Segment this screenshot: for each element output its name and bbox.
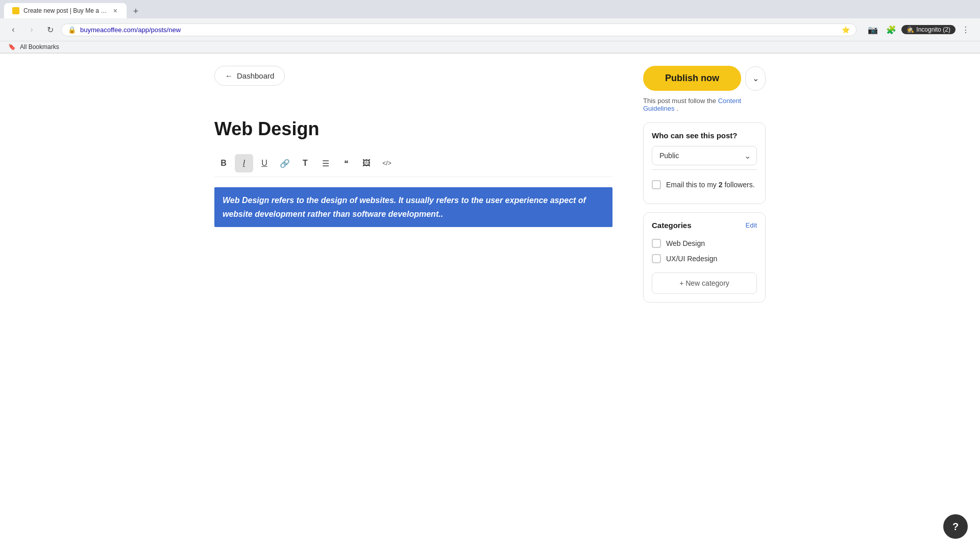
categories-header: Categories Edit bbox=[652, 221, 757, 230]
categories-title: Categories bbox=[652, 221, 692, 230]
category-label-ux-ui: UX/UI Redesign bbox=[666, 255, 717, 263]
email-label: Email this to my 2 followers. bbox=[666, 181, 755, 189]
categories-edit-link[interactable]: Edit bbox=[746, 221, 757, 229]
nav-icons: 📷 🧩 🕵 Incognito (2) ⋮ bbox=[865, 21, 974, 38]
tab-favicon bbox=[12, 7, 19, 14]
menu-button[interactable]: ⋮ bbox=[958, 21, 974, 38]
category-item-web-design: Web Design bbox=[652, 236, 757, 251]
guidelines-period: . bbox=[676, 105, 678, 112]
publish-dropdown-button[interactable]: ⌄ bbox=[745, 66, 766, 91]
back-arrow-icon: ← bbox=[225, 71, 233, 80]
quote-button[interactable]: ❝ bbox=[337, 154, 355, 172]
category-label-web-design: Web Design bbox=[666, 239, 705, 247]
publish-row: Publish now ⌄ bbox=[643, 66, 766, 91]
forward-button-nav[interactable]: › bbox=[24, 22, 39, 37]
visibility-section: Who can see this post? Public Members on… bbox=[643, 122, 766, 204]
divider bbox=[652, 169, 757, 170]
categories-section: Categories Edit Web Design UX/UI Redesig… bbox=[643, 212, 766, 303]
email-checkbox[interactable] bbox=[652, 180, 661, 189]
email-prefix: Email this to my bbox=[666, 181, 717, 189]
image-button[interactable]: 🖼 bbox=[357, 154, 376, 172]
visibility-title: Who can see this post? bbox=[652, 131, 757, 140]
bookmarks-label: All Bookmarks bbox=[20, 43, 59, 51]
nav-bar: ‹ › ↻ 🔒 buymeacoffee.com/app/posts/new ⭐… bbox=[0, 18, 980, 41]
post-title[interactable]: Web Design bbox=[214, 118, 612, 140]
text-size-button[interactable]: T bbox=[296, 154, 314, 172]
bold-button[interactable]: B bbox=[214, 154, 233, 172]
category-item-ux-ui: UX/UI Redesign bbox=[652, 251, 757, 266]
selected-content-block: Web Design refers to the design of websi… bbox=[214, 187, 612, 227]
post-content: Web Design refers to the design of websi… bbox=[223, 196, 586, 218]
tab-close-button[interactable]: × bbox=[112, 7, 118, 15]
visibility-select-wrapper[interactable]: Public Members only Supporters only bbox=[652, 146, 757, 165]
web-design-checkbox[interactable] bbox=[652, 239, 661, 248]
bookmarks-bar: 🔖 All Bookmarks bbox=[0, 41, 980, 53]
back-button-nav[interactable]: ‹ bbox=[6, 22, 20, 37]
address-bar[interactable]: 🔒 buymeacoffee.com/app/posts/new ⭐ bbox=[61, 23, 856, 36]
refresh-button[interactable]: ↻ bbox=[43, 22, 57, 37]
page-content: ← Dashboard Web Design B I U 🔗 T ☰ ❝ 🖼 <… bbox=[0, 54, 980, 523]
chevron-down-icon: ⌄ bbox=[752, 73, 759, 83]
tab-bar: Create new post | Buy Me a Coff × + bbox=[0, 0, 980, 18]
editor-content-area[interactable]: Web Design refers to the design of websi… bbox=[214, 187, 612, 227]
followers-count: 2 bbox=[719, 181, 723, 189]
browser-chrome: Create new post | Buy Me a Coff × + ‹ › … bbox=[0, 0, 980, 54]
extensions-icon[interactable]: 🧩 bbox=[883, 21, 899, 38]
editor-toolbar: B I U 🔗 T ☰ ❝ 🖼 </> bbox=[214, 150, 612, 177]
link-button[interactable]: 🔗 bbox=[276, 154, 294, 172]
publish-now-button[interactable]: Publish now bbox=[643, 66, 741, 91]
lock-icon: 🔒 bbox=[68, 26, 76, 34]
underline-button[interactable]: U bbox=[255, 154, 274, 172]
dashboard-back-button[interactable]: ← Dashboard bbox=[214, 66, 285, 86]
camera-icon[interactable]: 📷 bbox=[865, 21, 881, 38]
active-tab[interactable]: Create new post | Buy Me a Coff × bbox=[4, 3, 127, 18]
new-tab-button[interactable]: + bbox=[129, 4, 143, 18]
incognito-icon: 🕵 bbox=[906, 26, 914, 33]
incognito-badge: 🕵 Incognito (2) bbox=[901, 25, 955, 34]
followers-label: followers. bbox=[724, 181, 754, 189]
code-button[interactable]: </> bbox=[378, 154, 396, 172]
guidelines-text: This post must follow the Content Guidel… bbox=[643, 97, 766, 112]
tab-title: Create new post | Buy Me a Coff bbox=[23, 7, 108, 14]
sidebar: Publish now ⌄ This post must follow the … bbox=[643, 66, 766, 311]
incognito-count: Incognito (2) bbox=[916, 26, 950, 33]
email-row: Email this to my 2 followers. bbox=[652, 174, 757, 195]
new-category-button[interactable]: + New category bbox=[652, 272, 757, 294]
visibility-select[interactable]: Public Members only Supporters only bbox=[652, 146, 757, 165]
back-button-label: Dashboard bbox=[237, 71, 274, 80]
star-icon: ⭐ bbox=[842, 26, 850, 34]
url-text: buymeacoffee.com/app/posts/new bbox=[80, 26, 838, 34]
guidelines-prefix: This post must follow the bbox=[643, 97, 716, 105]
bookmarks-icon: 🔖 bbox=[8, 43, 16, 51]
italic-button[interactable]: I bbox=[235, 154, 253, 172]
editor-section: ← Dashboard Web Design B I U 🔗 T ☰ ❝ 🖼 <… bbox=[214, 66, 612, 311]
list-button[interactable]: ☰ bbox=[316, 154, 335, 172]
ux-ui-checkbox[interactable] bbox=[652, 254, 661, 263]
